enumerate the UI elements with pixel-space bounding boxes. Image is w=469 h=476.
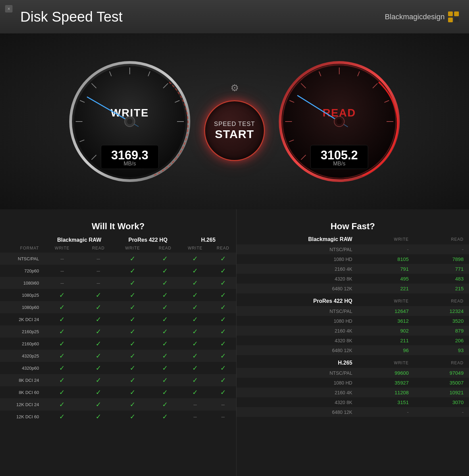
check-icon: ✓ [192,376,198,384]
brand-dot-3 [448,18,453,22]
check-icon: ✓ [130,413,135,420]
check-icon: ✓ [59,413,65,420]
check-icon: ✓ [96,291,101,299]
check-icon: ✓ [162,413,168,420]
check-icon: ✓ [130,389,135,396]
check-icon: ✓ [96,376,101,384]
start-button[interactable]: SPEED TEST START [204,100,265,161]
check-icon: ✓ [162,255,168,262]
svg-text:3105.2: 3105.2 [321,148,358,162]
check-icon: ✓ [192,316,198,323]
bottom-panel: Will It Work? Blackmagic RAW ProRes 422 … [0,209,469,476]
table-row: 1080p25✓✓✓✓✓✓ [0,289,236,301]
check-icon: ✓ [59,316,65,323]
check-icon: ✓ [96,401,101,408]
write-gauge: WRITE 3169.3 MB/s [66,57,194,186]
check-icon: ✓ [192,328,198,335]
check-icon: ✓ [162,340,168,347]
check-icon: ✓ [59,389,65,396]
check-icon: ✓ [162,279,168,287]
close-button[interactable]: × [5,5,13,12]
check-icon: ✓ [130,401,135,408]
table-row: 4320p60✓✓✓✓✓✓ [0,362,236,374]
check-icon: ✓ [130,291,135,299]
dash-icon: – [60,255,64,262]
speed-table: Blackmagic RAWWRITEREADNTSC/PAL--1080 HD… [237,235,469,417]
check-icon: ✓ [130,267,135,274]
list-item: 6480 12K221215 [237,284,469,293]
svg-text:MB/s: MB/s [124,161,136,166]
check-icon: ✓ [192,267,198,274]
table-row: 4320p25✓✓✓✓✓✓ [0,350,236,362]
how-fast-title: How Fast? [237,216,469,235]
start-button-area: ⚙ SPEED TEST START [204,82,265,161]
list-item: 6480 12K9693 [237,345,469,355]
check-icon: ✓ [220,255,226,262]
check-icon: ✓ [59,364,65,372]
table-row: 12K DCI 24✓✓✓✓–– [0,398,236,411]
check-icon: ✓ [192,255,198,262]
list-item: NTSC/PAL-- [237,244,469,254]
check-icon: ✓ [59,352,65,360]
brand-name: Blackmagicdesign [385,12,445,21]
dash-icon: – [60,267,64,274]
brand-dot-4 [454,18,459,22]
check-icon: ✓ [162,352,168,360]
brand-dot-1 [448,11,453,16]
read-gauge: READ 3105.2 MB/s [275,57,403,186]
list-item: 4320 8K495483 [237,274,469,284]
table-row: 2K DCI 24✓✓✓✓✓✓ [0,313,236,325]
table-row: 1080i60––✓✓✓✓ [0,277,236,289]
check-icon: ✓ [220,364,226,372]
dash-icon: – [60,280,64,286]
check-icon: ✓ [96,316,101,323]
check-icon: ✓ [162,291,168,299]
check-icon: ✓ [162,303,168,311]
check-icon: ✓ [59,376,65,384]
svg-point-44 [337,119,342,124]
check-icon: ✓ [96,303,101,311]
check-icon: ✓ [220,316,226,323]
app-title: Disk Speed Test [20,9,123,25]
table-row: 12K DCI 60✓✓✓✓–– [0,411,236,423]
check-icon: ✓ [162,376,168,384]
check-icon: ✓ [59,291,65,299]
list-item: NTSC/PAL1264712324 [237,306,469,316]
list-item: 1080 HD3592735007 [237,378,469,388]
list-item: 1080 HD36123520 [237,316,469,326]
check-icon: ✓ [96,364,101,372]
dash-icon: – [221,401,225,408]
check-icon: ✓ [162,389,168,396]
how-fast-panel: How Fast? Blackmagic RAWWRITEREADNTSC/PA… [237,209,469,476]
check-icon: ✓ [192,352,198,360]
check-icon: ✓ [59,328,65,335]
settings-icon[interactable]: ⚙ [230,82,239,94]
check-icon: ✓ [220,376,226,384]
list-item: 4320 8K211206 [237,336,469,345]
table-row: 8K DCI 24✓✓✓✓✓✓ [0,374,236,386]
check-icon: ✓ [192,291,198,299]
check-icon: ✓ [130,303,135,311]
check-icon: ✓ [130,255,135,262]
check-icon: ✓ [130,340,135,347]
dash-icon: – [97,255,100,262]
check-icon: ✓ [192,364,198,372]
check-icon: ✓ [130,364,135,372]
dash-icon: – [193,401,197,408]
check-icon: ✓ [96,413,101,420]
check-icon: ✓ [220,279,226,287]
table-row: 2160p60✓✓✓✓✓✓ [0,338,236,350]
check-icon: ✓ [96,352,101,360]
list-item: 4320 8K31513070 [237,397,469,407]
brand-logo: Blackmagicdesign [385,11,459,22]
check-icon: ✓ [220,328,226,335]
check-icon: ✓ [162,267,168,274]
will-it-work-panel: Will It Work? Blackmagic RAW ProRes 422 … [0,209,237,476]
check-icon: ✓ [130,279,135,287]
brand-dots [448,11,459,22]
check-icon: ✓ [59,401,65,408]
check-icon: ✓ [192,303,198,311]
check-icon: ✓ [130,328,135,335]
check-icon: ✓ [192,340,198,347]
start-label-top: SPEED TEST [214,121,255,128]
